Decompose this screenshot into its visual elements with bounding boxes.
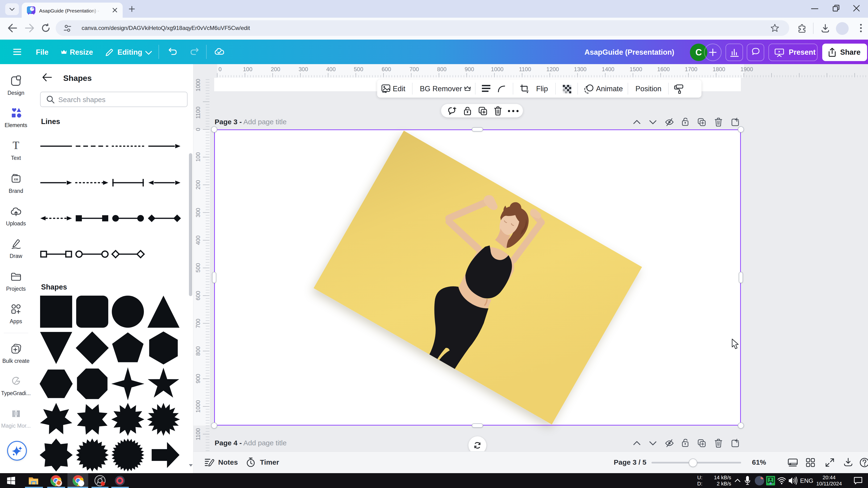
- svg-text:co: co: [14, 177, 18, 181]
